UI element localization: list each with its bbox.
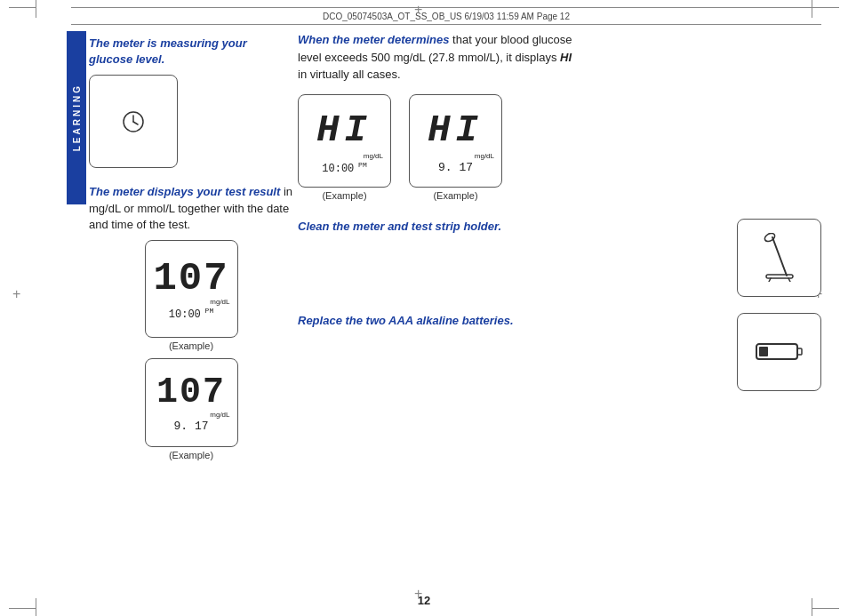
header-text: DCO_05074503A_OT_SS_OB_US 6/19/03 11:59 … xyxy=(323,12,570,21)
clock-icon xyxy=(120,108,147,135)
hi-display1-time-row: 10:00 PM xyxy=(306,162,383,174)
hi-display2-container: HI mg/dL 9. 17 (Example) xyxy=(409,94,502,201)
section2-displays: 107 mg/dL 10:00 PM (Example) xyxy=(89,240,293,460)
section2-heading: The meter displays your test result xyxy=(89,185,280,198)
display1-caption: (Example) xyxy=(169,340,213,351)
display1-value: 107 xyxy=(153,259,228,298)
svg-line-2 xyxy=(133,122,138,124)
display1-mgdl: mg/dL xyxy=(153,298,230,306)
clean-icon-box xyxy=(737,219,821,297)
main-content: The meter is measuring your glucose leve… xyxy=(89,31,821,589)
section3-block: When the meter determines that your bloo… xyxy=(298,31,821,84)
page-header: DCO_05074503A_OT_SS_OB_US 6/19/03 11:59 … xyxy=(71,7,821,25)
section4-text-col: Clean the meter and test strip holder. xyxy=(298,219,719,235)
hi-display2-number-row: HI xyxy=(417,109,494,152)
clock-meter-box xyxy=(89,75,178,168)
section1-display-row xyxy=(89,75,293,168)
hi-display2-box: HI mg/dL 9. 17 xyxy=(409,94,502,188)
display1-box: 107 mg/dL 10:00 PM xyxy=(145,240,238,338)
section3-text: When the meter determines that your bloo… xyxy=(298,31,573,84)
hi-display2-mgdl: mg/dL xyxy=(417,152,494,160)
section5-block: Replace the two AAA alkaline batteries. xyxy=(298,313,821,391)
hi-display2-date: 9. 17 xyxy=(438,162,473,173)
right-column: When the meter determines that your bloo… xyxy=(298,31,821,391)
section3-italic: HI xyxy=(560,51,572,64)
page-number: 12 xyxy=(418,594,430,607)
svg-rect-10 xyxy=(759,347,768,356)
section5-text-col: Replace the two AAA alkaline batteries. xyxy=(298,313,719,329)
section4-heading: Clean the meter and test strip holder. xyxy=(298,219,719,235)
display1-container: 107 mg/dL 10:00 PM (Example) xyxy=(89,240,293,351)
display1-number-row: 107 xyxy=(153,259,230,298)
hi-display2-caption: (Example) xyxy=(433,190,477,201)
hi-display1-content: HI mg/dL 10:00 PM xyxy=(306,109,383,174)
display1-time: 10:00 PM xyxy=(169,308,213,320)
display2-date-row: 9. 17 xyxy=(153,420,230,432)
display2-box: 107 mg/dL 9. 17 xyxy=(145,358,238,447)
section5-heading: Replace the two AAA alkaline batteries. xyxy=(298,313,719,329)
display2-date: 9. 17 xyxy=(173,420,208,432)
hi-display2-content: HI mg/dL 9. 17 xyxy=(417,109,494,173)
display1-pm: PM xyxy=(201,307,213,315)
display2-content: 107 mg/dL 9. 17 xyxy=(153,375,230,432)
hi-display1-pm: PM xyxy=(354,161,366,169)
broom-icon xyxy=(762,233,797,282)
display2-number-row: 107 xyxy=(153,375,230,411)
hi-displays-row: HI mg/dL 10:00 PM (Example) xyxy=(298,94,821,201)
hi-display2-date-row: 9. 17 xyxy=(417,162,494,173)
hi-display1-time: 10:00 PM xyxy=(322,162,366,174)
display2-value: 107 xyxy=(156,375,226,411)
section4-block: Clean the meter and test strip holder. xyxy=(298,219,821,297)
hi-display1-mgdl: mg/dL xyxy=(306,152,383,160)
section1-heading: The meter is measuring your glucose leve… xyxy=(89,36,293,68)
display1-time-row: 10:00 PM xyxy=(153,308,230,320)
section3-heading: When the meter determines xyxy=(298,33,450,46)
left-column: The meter is measuring your glucose leve… xyxy=(89,31,293,460)
hi-display2-value: HI xyxy=(428,109,483,152)
svg-rect-9 xyxy=(797,348,802,355)
battery-icon-box xyxy=(737,313,821,391)
section2-block: The meter displays your test result in m… xyxy=(89,184,293,233)
hi-display1-container: HI mg/dL 10:00 PM (Example) xyxy=(298,94,391,201)
display2-mgdl: mg/dL xyxy=(153,411,230,419)
hi-display1-value: HI xyxy=(316,109,372,152)
display2-container: 107 mg/dL 9. 17 (Example) xyxy=(89,358,293,460)
hi-display1-box: HI mg/dL 10:00 PM xyxy=(298,94,391,188)
cross-mark-top xyxy=(418,9,432,23)
cross-mark-left xyxy=(16,293,30,308)
hi-display1-caption: (Example) xyxy=(322,190,366,201)
svg-rect-5 xyxy=(766,275,793,278)
display2-caption: (Example) xyxy=(169,450,213,460)
hi-display1-number-row: HI xyxy=(306,109,383,152)
battery-icon xyxy=(755,340,804,363)
sidebar: LEARNING xyxy=(67,31,86,204)
display1-content: 107 mg/dL 10:00 PM xyxy=(153,259,230,320)
sidebar-label: LEARNING xyxy=(72,84,82,151)
section1-block: The meter is measuring your glucose leve… xyxy=(89,36,293,68)
section2-text: The meter displays your test result in m… xyxy=(89,184,293,233)
svg-line-3 xyxy=(772,237,787,276)
